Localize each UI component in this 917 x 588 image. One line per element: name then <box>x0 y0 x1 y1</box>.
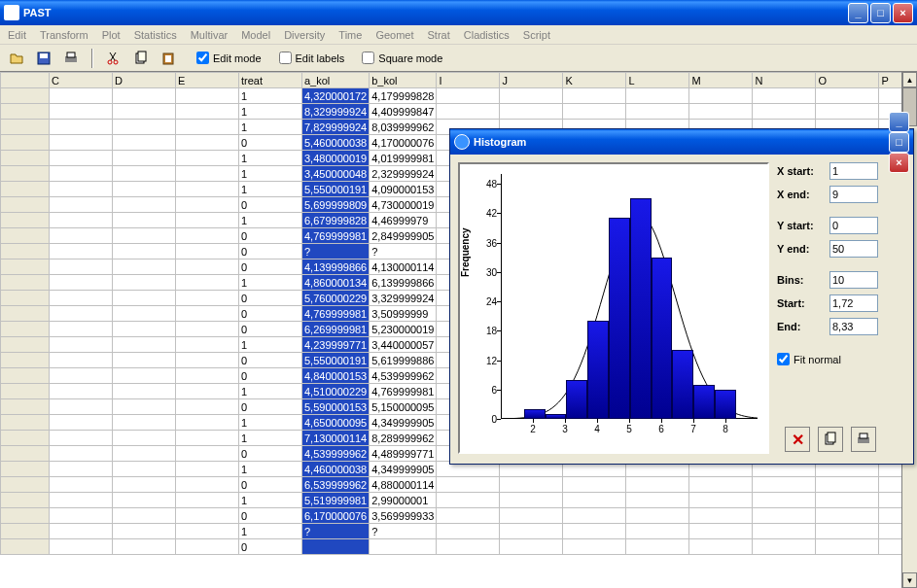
row-header[interactable] <box>1 306 50 322</box>
cell[interactable]: 4,139999866 <box>302 259 370 275</box>
cell[interactable]: 0 <box>239 322 302 337</box>
cell[interactable]: 0 <box>239 244 302 259</box>
cell[interactable] <box>437 539 500 555</box>
row-header[interactable] <box>1 462 50 477</box>
cell[interactable] <box>50 415 113 431</box>
print-icon[interactable] <box>60 48 82 69</box>
cell[interactable] <box>50 259 113 275</box>
cell[interactable] <box>50 197 113 213</box>
cell[interactable]: 5,590000153 <box>302 399 370 415</box>
cell[interactable]: 1 <box>239 88 302 104</box>
cell[interactable]: 8,289999962 <box>370 431 437 446</box>
cell[interactable] <box>176 337 239 353</box>
cell[interactable] <box>176 399 239 415</box>
cell[interactable] <box>816 88 879 104</box>
cell[interactable] <box>50 431 113 446</box>
col-header-I[interactable]: I <box>437 73 500 88</box>
cell[interactable] <box>626 88 689 104</box>
cell[interactable] <box>753 493 816 508</box>
cell[interactable] <box>689 508 753 524</box>
fit-normal-checkbox[interactable] <box>777 353 790 365</box>
cell[interactable]: 3,50999999 <box>370 306 437 322</box>
col-header-O[interactable]: O <box>816 73 879 88</box>
cell[interactable] <box>176 275 239 291</box>
cell[interactable]: 1 <box>239 275 302 291</box>
cell[interactable]: 1 <box>239 415 302 431</box>
cell[interactable]: 4,46999979 <box>370 213 437 228</box>
cell[interactable] <box>753 539 816 555</box>
cell[interactable] <box>113 477 176 493</box>
cell[interactable] <box>370 539 437 555</box>
cell[interactable]: 1 <box>239 166 302 182</box>
dialog-cancel-icon[interactable]: ✕ <box>785 427 810 452</box>
cell[interactable] <box>50 384 113 399</box>
cell[interactable] <box>50 306 113 322</box>
cell[interactable] <box>626 524 689 539</box>
cell[interactable] <box>500 88 563 104</box>
cell[interactable] <box>500 493 563 508</box>
edit-labels-label[interactable]: Edit labels <box>296 52 345 64</box>
row-header[interactable] <box>1 197 50 213</box>
cell[interactable]: 5,550000191 <box>302 182 370 197</box>
cell[interactable]: 4,510000229 <box>302 384 370 399</box>
cell[interactable]: 1 <box>239 384 302 399</box>
cell[interactable]: 4,349999905 <box>370 462 437 477</box>
cell[interactable] <box>50 120 113 135</box>
cell[interactable]: 4,349999905 <box>370 415 437 431</box>
cell[interactable] <box>689 88 753 104</box>
cell[interactable] <box>113 431 176 446</box>
maximize-button[interactable]: □ <box>870 3 891 23</box>
square-mode-checkbox[interactable] <box>362 52 374 64</box>
cell[interactable] <box>563 104 626 120</box>
cell[interactable] <box>176 151 239 166</box>
cell[interactable] <box>689 493 753 508</box>
cell[interactable]: 1 <box>239 213 302 228</box>
cell[interactable]: ? <box>370 244 437 259</box>
cell[interactable] <box>176 88 239 104</box>
menu-time[interactable]: Time <box>333 27 368 43</box>
cell[interactable] <box>500 539 563 555</box>
cell[interactable] <box>626 477 689 493</box>
ystart-field[interactable] <box>829 217 878 234</box>
cell[interactable]: 0 <box>239 446 302 462</box>
row-header[interactable] <box>1 120 50 135</box>
cell[interactable] <box>50 399 113 415</box>
cell[interactable] <box>500 477 563 493</box>
cell[interactable]: 4,730000019 <box>370 197 437 213</box>
cell[interactable]: 4,539999962 <box>370 368 437 384</box>
cell[interactable] <box>113 337 176 353</box>
cell[interactable] <box>176 120 239 135</box>
minimize-button[interactable]: _ <box>848 3 868 23</box>
cell[interactable] <box>50 104 113 120</box>
cell[interactable] <box>50 228 113 244</box>
xstart-field[interactable] <box>829 162 878 180</box>
row-header[interactable] <box>1 182 50 197</box>
xend-field[interactable] <box>829 186 878 203</box>
cell[interactable] <box>50 446 113 462</box>
cell[interactable]: 0 <box>239 135 302 151</box>
row-header[interactable] <box>1 244 50 259</box>
cell[interactable] <box>113 493 176 508</box>
cell[interactable] <box>113 135 176 151</box>
cell[interactable] <box>176 228 239 244</box>
cell[interactable] <box>113 399 176 415</box>
cell[interactable] <box>302 539 370 555</box>
paste-icon[interactable] <box>158 48 179 69</box>
row-header[interactable] <box>1 135 50 151</box>
cell[interactable]: 7,130000114 <box>302 431 370 446</box>
cell[interactable] <box>176 306 239 322</box>
cell[interactable]: 0 <box>239 368 302 384</box>
cell[interactable] <box>563 88 626 104</box>
cell[interactable] <box>50 337 113 353</box>
cell[interactable] <box>50 182 113 197</box>
cell[interactable] <box>176 353 239 368</box>
col-header-C[interactable]: C <box>50 73 113 88</box>
cell[interactable]: 4,170000076 <box>370 135 437 151</box>
menu-plot[interactable]: Plot <box>96 27 126 43</box>
row-header[interactable] <box>1 291 50 306</box>
edit-mode-label[interactable]: Edit mode <box>213 52 262 64</box>
cell[interactable]: 0 <box>239 228 302 244</box>
cell[interactable] <box>113 182 176 197</box>
cell[interactable] <box>50 151 113 166</box>
cell[interactable] <box>113 524 176 539</box>
